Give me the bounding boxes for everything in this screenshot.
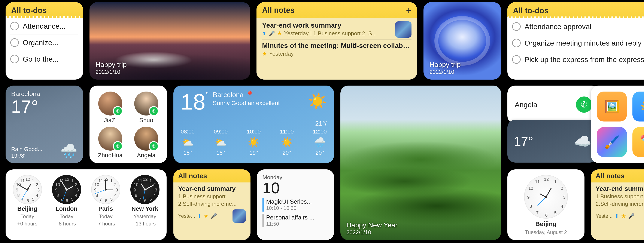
cloud-icon: ☁️ — [574, 133, 591, 150]
clock-widget-single[interactable]: 123456789101112 Beijing Tuesday, August … — [508, 169, 584, 240]
photo-date: 2022/1/10 — [430, 69, 495, 75]
pin-icon: ⬆ — [262, 30, 266, 36]
sun-icon: ☀️ — [308, 92, 327, 110]
weather-temp: 18 — [181, 89, 206, 114]
gallery-widget-pastoral[interactable]: Happy New Year 2022/1/10 — [340, 86, 501, 240]
clock-day: Today — [20, 214, 34, 220]
photo-title: Happy trip — [96, 61, 244, 69]
avatar: ✆ — [134, 127, 158, 151]
contact-item[interactable]: ✆JiaZi — [96, 92, 124, 124]
gallery-widget-abstract[interactable]: Happy trip 2022/1/10 — [424, 2, 501, 80]
call-button[interactable]: ✆ — [576, 96, 592, 113]
calendar-widget[interactable]: Monday 10 MagicUI Series...10:10 - 10:30… — [257, 169, 334, 240]
calendar-event[interactable]: Personal affairs ...11:50 — [262, 214, 328, 227]
clock-face: 123456789101112 — [52, 175, 81, 204]
checkbox-icon[interactable] — [512, 22, 521, 31]
pin-icon: ⬆ — [197, 213, 202, 219]
checkbox-icon[interactable] — [10, 55, 19, 63]
phone-icon: ✆ — [113, 106, 123, 116]
phone-icon: ✆ — [149, 141, 159, 151]
notes-header: All notes + — [256, 2, 417, 18]
hour-item: 08:00⛅18° — [181, 128, 194, 156]
clock-offset: -7 hours — [96, 221, 115, 227]
weather-temp: 17° — [514, 134, 533, 149]
rain-icon: 🌧️ — [60, 143, 78, 159]
list-item[interactable]: Attendance approval — [512, 18, 644, 35]
contact-name: Angela — [515, 101, 538, 109]
hour-item: 11:00☀️20° — [280, 128, 294, 156]
calendar-event[interactable]: MagicUI Series...10:10 - 10:30 — [262, 198, 328, 212]
avatar: ✆ — [134, 92, 158, 116]
clock-offset: +0 hours — [17, 221, 37, 227]
notes-widget-small[interactable]: All notes Year-end summary 1.Business su… — [174, 169, 250, 240]
star-icon: ★ — [277, 30, 282, 37]
photo-title: Happy trip — [430, 61, 495, 69]
weather-desc: Sunny Good air excellent — [213, 100, 280, 107]
phone-icon: ✆ — [149, 106, 159, 116]
weather-icon: ☀️ — [248, 137, 260, 148]
weather-app-icon[interactable]: 🌤️ — [632, 92, 644, 121]
notes-widget-small[interactable]: All notes Year-end summary 1.Business su… — [591, 169, 644, 240]
hour-item: 09:00⛅18° — [214, 128, 228, 156]
gallery-app-icon[interactable]: 🖼️ — [597, 92, 627, 121]
list-item[interactable]: Attendance... — [10, 18, 78, 34]
weather-widget-mini[interactable]: 17° ☁️ — [508, 120, 598, 163]
contact-card[interactable]: Angela ✆ — [508, 86, 600, 124]
todos-title: All to-dos — [513, 6, 548, 15]
weather-icon: ☀️ — [281, 137, 293, 148]
checkbox-icon[interactable] — [10, 22, 19, 30]
photo-date: 2022/1/10 — [346, 229, 495, 236]
avatar: ✆ — [98, 127, 122, 151]
phone-icon: ✆ — [113, 141, 123, 151]
contact-item[interactable]: ✆ZhuoHua — [96, 127, 124, 159]
clock-city: New York — [132, 205, 158, 212]
contact-item[interactable]: ✆Shuo — [132, 92, 160, 124]
weather-widget-small[interactable]: Barcelona 17° Rain Good... 19°/8° 🌧️ — [6, 86, 83, 163]
contacts-widget[interactable]: ✆JiaZi ✆Shuo ✆ZhuoHua ✆Angela — [90, 86, 167, 163]
clock-face: 123456789101112 — [91, 175, 120, 204]
list-item[interactable]: Organize meeting minutes and reply to... — [512, 35, 644, 51]
clock-offset: -13 hours — [134, 221, 156, 227]
pin-icon: ⬆ — [615, 213, 619, 219]
notes-widget-wide[interactable]: All notes + Year-end work summary ⬆🎤★Yes… — [256, 2, 417, 80]
list-item[interactable]: Organize... — [10, 34, 78, 51]
list-item[interactable]: Go to the... — [10, 51, 78, 67]
checkbox-icon[interactable] — [10, 38, 19, 47]
photo-date: 2022/1/10 — [96, 69, 244, 75]
clock-day: Yesterday — [134, 214, 156, 220]
clock-item[interactable]: 123456789101112BeijingToday+0 hours — [13, 175, 42, 227]
gallery-widget-mountains[interactable]: Happy trip 2022/1/10 — [90, 2, 250, 80]
weather-range: 19°/8° — [11, 153, 42, 159]
calendar-daynum: 10 — [262, 180, 328, 196]
checkbox-icon[interactable] — [512, 39, 521, 47]
add-note-button[interactable]: + — [406, 5, 412, 15]
clock-item[interactable]: 123456789101112ParisToday-7 hours — [91, 175, 120, 227]
list-item[interactable]: Pick up the express from the express — [512, 51, 644, 68]
contact-item[interactable]: ✆Angela — [132, 127, 160, 159]
hour-item: 10:00☀️19° — [247, 128, 260, 156]
themes-app-icon[interactable]: 🖌️ — [597, 127, 627, 157]
star-icon: ★ — [621, 213, 626, 220]
app-folder-widget[interactable]: 🖼️ 🌤️ 🖌️ ✏️ — [591, 86, 644, 163]
weather-icon: ⛅ — [182, 137, 194, 148]
hourly-forecast: 08:00⛅18° 09:00⛅18° 10:00☀️19° 11:00☀️20… — [174, 128, 334, 160]
weather-widget-wide[interactable]: 18° Barcelona 📍 Sunny Good air excellent… — [174, 86, 334, 163]
world-clock-widget[interactable]: 123456789101112BeijingToday+0 hours12345… — [6, 169, 166, 240]
clock-city: Beijing — [17, 205, 37, 212]
weather-temp: 17° — [11, 98, 78, 116]
avatar: ✆ — [98, 92, 122, 116]
clock-item[interactable]: 123456789101112LondonToday-8 hours — [52, 175, 81, 227]
mic-icon: 🎤 — [628, 213, 634, 219]
list-item[interactable]: Minutes of the meeting: Multi-screen col… — [262, 39, 412, 60]
clock-item[interactable]: 123456789101112New YorkYesterday-13 hour… — [130, 175, 160, 227]
notes-app-icon[interactable]: ✏️ — [632, 127, 644, 157]
weather-city: Barcelona — [213, 91, 244, 99]
clock-day: Today — [60, 214, 73, 220]
list-item[interactable]: Year-end work summary ⬆🎤★Yesterday | 1.B… — [262, 19, 412, 39]
checkbox-icon[interactable] — [512, 55, 521, 64]
todos-widget-large[interactable]: All to-dos + Attendance approval Organiz… — [508, 2, 644, 80]
clock-face: 123456789101112 — [13, 175, 42, 204]
clock-face: 123456789101112 — [524, 175, 568, 219]
todos-widget-small[interactable]: All to-dos Attendance... Organize... Go … — [6, 2, 83, 80]
star-icon: ★ — [262, 50, 267, 57]
